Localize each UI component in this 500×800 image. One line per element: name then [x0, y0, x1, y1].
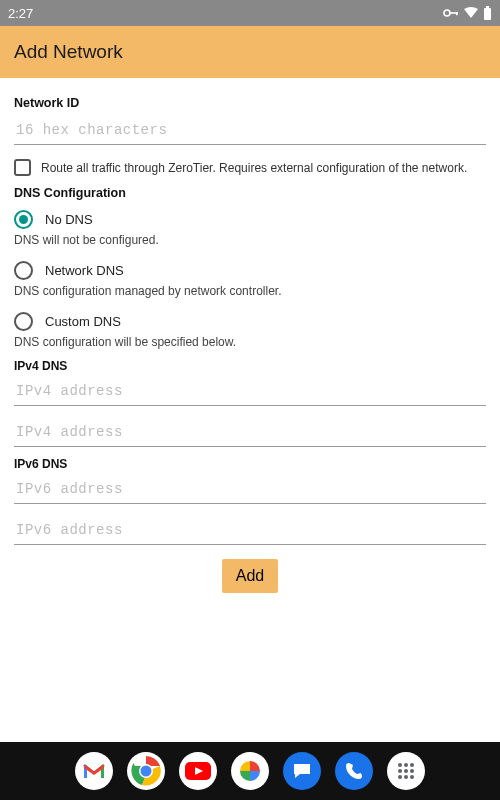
ipv4-dns-input-2[interactable]	[14, 418, 486, 447]
svg-point-16	[404, 769, 408, 773]
radio-unselected-icon	[14, 261, 33, 280]
radio-network-dns-desc: DNS configuration managed by network con…	[14, 284, 486, 298]
content-area: Network ID Route all traffic through Zer…	[0, 78, 500, 742]
app-bar: Add Network	[0, 26, 500, 78]
svg-point-14	[410, 763, 414, 767]
ipv4-dns-label: IPv4 DNS	[14, 359, 486, 373]
svg-point-10	[141, 766, 152, 777]
wifi-icon	[463, 7, 479, 19]
svg-point-13	[404, 763, 408, 767]
svg-rect-3	[484, 8, 491, 20]
radio-no-dns[interactable]: No DNS	[14, 210, 486, 229]
svg-rect-4	[486, 6, 489, 8]
youtube-icon[interactable]	[179, 752, 217, 790]
network-id-label: Network ID	[14, 96, 486, 110]
checkbox-icon	[14, 159, 31, 176]
svg-point-17	[410, 769, 414, 773]
network-id-input[interactable]	[14, 116, 486, 145]
route-all-checkbox[interactable]: Route all traffic through ZeroTier. Requ…	[14, 159, 486, 176]
status-icons	[443, 6, 492, 20]
svg-point-19	[404, 775, 408, 779]
phone-icon[interactable]	[335, 752, 373, 790]
radio-network-dns[interactable]: Network DNS	[14, 261, 486, 280]
chrome-icon[interactable]	[127, 752, 165, 790]
page-title: Add Network	[14, 41, 123, 63]
svg-point-20	[410, 775, 414, 779]
app-drawer-icon[interactable]	[387, 752, 425, 790]
radio-no-dns-desc: DNS will not be configured.	[14, 233, 486, 247]
svg-point-12	[398, 763, 402, 767]
status-bar: 2:27	[0, 0, 500, 26]
radio-custom-dns-label: Custom DNS	[45, 314, 121, 329]
radio-unselected-icon	[14, 312, 33, 331]
gmail-icon[interactable]	[75, 752, 113, 790]
add-button[interactable]: Add	[222, 559, 278, 593]
nav-bar	[0, 742, 500, 800]
ipv6-dns-label: IPv6 DNS	[14, 457, 486, 471]
status-time: 2:27	[8, 6, 33, 21]
battery-icon	[483, 6, 492, 20]
radio-no-dns-label: No DNS	[45, 212, 93, 227]
radio-selected-icon	[14, 210, 33, 229]
radio-network-dns-label: Network DNS	[45, 263, 124, 278]
radio-custom-dns[interactable]: Custom DNS	[14, 312, 486, 331]
ipv4-dns-input-1[interactable]	[14, 377, 486, 406]
dns-config-label: DNS Configuration	[14, 186, 486, 200]
svg-rect-2	[456, 12, 458, 15]
photos-icon[interactable]	[231, 752, 269, 790]
route-all-label: Route all traffic through ZeroTier. Requ…	[41, 161, 467, 175]
ipv6-dns-input-2[interactable]	[14, 516, 486, 545]
radio-custom-dns-desc: DNS configuration will be specified belo…	[14, 335, 486, 349]
vpn-key-icon	[443, 8, 459, 18]
svg-point-15	[398, 769, 402, 773]
ipv6-dns-input-1[interactable]	[14, 475, 486, 504]
messages-icon[interactable]	[283, 752, 321, 790]
svg-point-18	[398, 775, 402, 779]
add-button-label: Add	[236, 567, 264, 584]
